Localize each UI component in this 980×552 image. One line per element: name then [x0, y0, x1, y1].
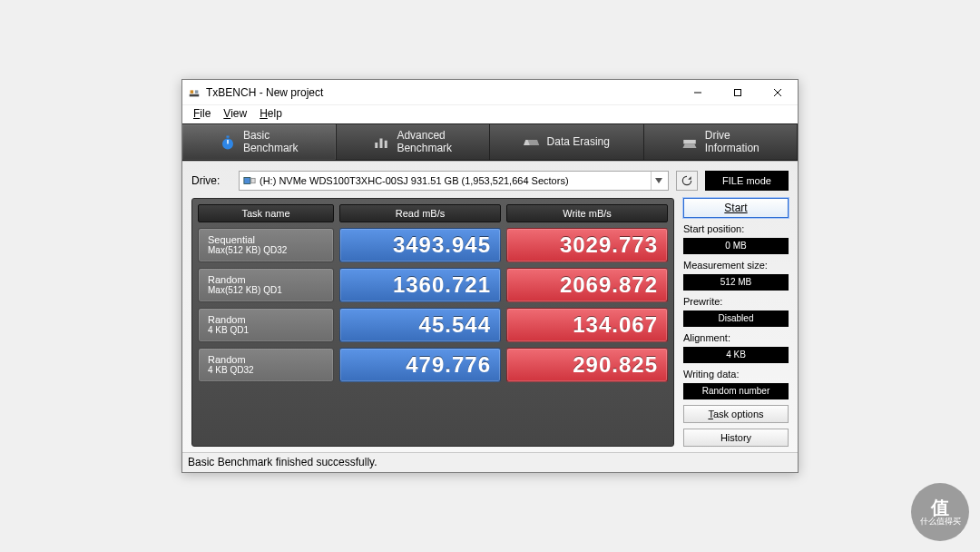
tab-label-line1: Data Erasing	[547, 135, 610, 148]
maximize-button[interactable]	[718, 80, 758, 105]
svg-rect-15	[251, 178, 255, 182]
close-button[interactable]	[758, 80, 798, 105]
write-value: 2069.872	[506, 268, 668, 302]
read-value: 479.776	[339, 348, 501, 382]
task-line1: Random	[208, 354, 324, 366]
write-value: 134.067	[506, 308, 668, 342]
tabbar: BasicBenchmark AdvancedBenchmark Data Er…	[182, 123, 798, 160]
tab-label-line1: Basic	[243, 129, 270, 142]
app-icon	[188, 86, 201, 99]
read-value: 45.544	[339, 308, 501, 342]
tab-label-line1: Advanced	[397, 129, 445, 142]
start-button[interactable]: Start	[683, 198, 789, 218]
refresh-button[interactable]	[676, 171, 698, 191]
write-value: 3029.773	[506, 228, 668, 262]
drive-selected-text: (H:) NVMe WDS100T3XHC-00SJ 931.51 GB (1,…	[260, 175, 647, 186]
disk-icon	[243, 175, 256, 186]
tab-label-line2: Benchmark	[243, 143, 299, 154]
svg-rect-2	[195, 90, 199, 94]
task-line2: Max(512 KB) QD1	[208, 285, 324, 296]
table-row: RandomMax(512 KB) QD1 1360.721 2069.872	[198, 268, 668, 302]
svg-rect-11	[380, 138, 383, 148]
header-read: Read mB/s	[339, 204, 501, 222]
file-mode-button[interactable]: FILE mode	[705, 171, 789, 191]
task-line2: 4 KB QD1	[208, 325, 324, 336]
tab-basic-benchmark[interactable]: BasicBenchmark	[182, 124, 337, 159]
menubar: File View Help	[182, 105, 798, 123]
task-cell[interactable]: Random4 KB QD32	[198, 348, 334, 382]
task-line2: Max(512 KB) QD32	[208, 245, 324, 256]
writing-data-label: Writing data:	[683, 369, 789, 380]
task-cell[interactable]: Random4 KB QD1	[198, 308, 334, 342]
stopwatch-icon	[220, 134, 236, 151]
chevron-down-icon	[651, 172, 666, 190]
menu-file[interactable]: File	[188, 105, 216, 122]
table-row: Random4 KB QD32 479.776 290.825	[198, 348, 668, 382]
title-text: TxBENCH - New project	[206, 86, 323, 99]
header-task: Task name	[198, 204, 334, 222]
benchmark-table: Task name Read mB/s Write mB/s Sequentia…	[191, 198, 674, 447]
alignment-label: Alignment:	[683, 332, 789, 343]
tab-drive-information[interactable]: DriveInformation	[644, 124, 799, 159]
svg-rect-13	[683, 140, 696, 144]
svg-rect-8	[226, 135, 229, 137]
alignment-value[interactable]: 4 KB	[683, 347, 789, 363]
tab-label-line2: Information	[705, 143, 760, 154]
drive-select[interactable]: (H:) NVMe WDS100T3XHC-00SJ 931.51 GB (1,…	[239, 171, 669, 191]
minimize-button[interactable]	[678, 80, 718, 105]
tab-advanced-benchmark[interactable]: AdvancedBenchmark	[337, 124, 491, 159]
app-window: TxBENCH - New project File View Help Bas…	[181, 79, 799, 472]
bar-chart-icon	[373, 134, 389, 151]
grid-area: Task name Read mB/s Write mB/s Sequentia…	[191, 198, 789, 447]
svg-rect-12	[385, 140, 387, 147]
refresh-icon	[681, 174, 693, 187]
read-value: 1360.721	[339, 268, 501, 302]
start-position-label: Start position:	[683, 223, 789, 234]
menu-help[interactable]: Help	[254, 105, 288, 122]
side-panel: Start Start position: 0 MB Measurement s…	[683, 198, 789, 447]
measurement-size-value[interactable]: 512 MB	[683, 274, 789, 291]
table-row: SequentialMax(512 KB) QD32 3493.945 3029…	[198, 228, 668, 262]
erase-icon	[524, 134, 540, 151]
tab-label-line1: Drive	[705, 129, 730, 142]
read-value: 3493.945	[339, 228, 501, 262]
prewrite-value[interactable]: Disabled	[683, 310, 789, 327]
task-line1: Sequential	[208, 234, 324, 246]
titlebar: TxBENCH - New project	[182, 80, 798, 105]
content-area: Drive: (H:) NVMe WDS100T3XHC-00SJ 931.51…	[182, 161, 798, 452]
tab-data-erasing[interactable]: Data Erasing	[490, 124, 644, 159]
drive-row: Drive: (H:) NVMe WDS100T3XHC-00SJ 931.51…	[191, 171, 789, 191]
writing-data-value[interactable]: Random number	[683, 383, 789, 399]
header-write: Write mB/s	[506, 204, 668, 222]
drive-label: Drive:	[191, 174, 231, 187]
table-row: Random4 KB QD1 45.544 134.067	[198, 308, 668, 342]
task-options-button[interactable]: Task options	[683, 405, 789, 423]
svg-rect-1	[191, 90, 194, 94]
svg-rect-0	[190, 94, 200, 97]
tab-label-line2: Benchmark	[397, 143, 452, 154]
write-value: 290.825	[506, 348, 668, 382]
svg-rect-4	[735, 89, 741, 95]
task-cell[interactable]: SequentialMax(512 KB) QD32	[198, 228, 334, 262]
svg-rect-14	[244, 177, 250, 183]
measurement-size-label: Measurement size:	[683, 260, 789, 271]
prewrite-label: Prewrite:	[683, 296, 789, 307]
history-button[interactable]: History	[683, 429, 789, 447]
task-cell[interactable]: RandomMax(512 KB) QD1	[198, 268, 334, 302]
watermark-badge: 值 什么值得买	[911, 483, 969, 541]
window-controls	[678, 80, 798, 105]
status-bar: Basic Benchmark finished successfully.	[182, 452, 798, 472]
drive-info-icon	[681, 134, 698, 151]
svg-rect-10	[376, 143, 378, 148]
task-line2: 4 KB QD32	[208, 365, 324, 376]
task-line1: Random	[208, 314, 324, 326]
menu-view[interactable]: View	[218, 105, 252, 122]
start-position-value[interactable]: 0 MB	[683, 238, 789, 254]
task-line1: Random	[208, 274, 324, 286]
